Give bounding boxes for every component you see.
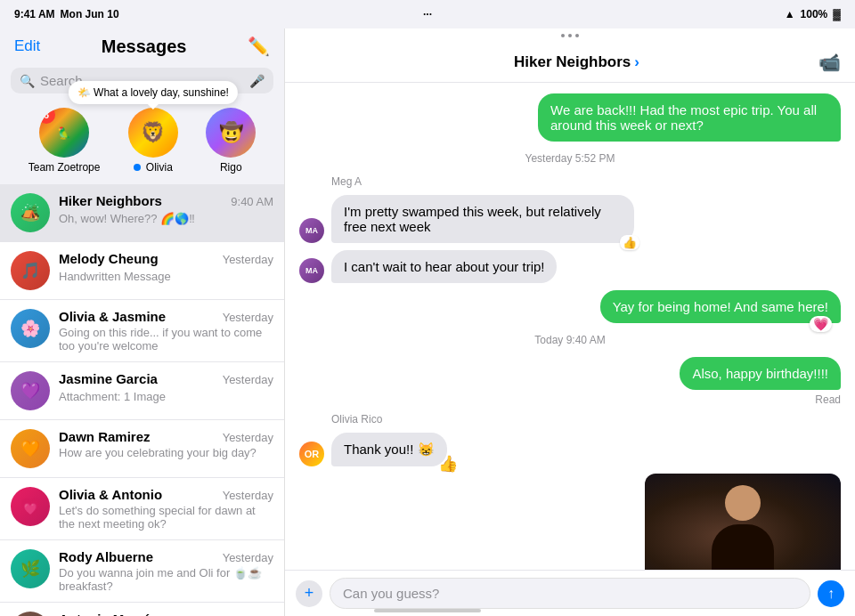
read-receipt: Read [299, 393, 841, 406]
wifi-icon: ▲ [785, 8, 795, 20]
avatar-mega-1: MA [299, 218, 324, 243]
message-happy-birthday: Also, happy birthday!!!! [299, 357, 841, 390]
avatar-rigo: 🤠 [206, 108, 256, 158]
list-item-content-rody: Rody Albuerne Yesterday Do you wanna joi… [59, 549, 273, 593]
list-item-content-dawn: Dawn Ramirez Yesterday How are you celeb… [59, 429, 273, 459]
home-indicator [374, 609, 481, 612]
message-we-are-back: We are back!!! Had the most epic trip. Y… [299, 93, 841, 142]
battery-icon: ▓ [833, 8, 841, 20]
list-item-name-melody: Melody Cheung [59, 251, 159, 266]
message-cant-wait: MA I can't wait to hear about your trip! [299, 250, 841, 283]
list-item-name-oliviaa: Olivia & Antonio [59, 487, 162, 502]
dot3 [575, 34, 579, 37]
message-swamped: MA I'm pretty swamped this week, but rel… [299, 195, 841, 243]
list-item-olivia-antonio[interactable]: 💗 Olivia & Antonio Yesterday Let's do so… [0, 478, 284, 540]
bubble-wrapper-6: Thank you!! 😸 👍 [331, 433, 447, 466]
add-button[interactable]: + [296, 580, 322, 607]
blue-dot-olivia [134, 164, 141, 171]
list-avatar-jasmine: 💜 [11, 371, 50, 410]
list-item-dawn-ramirez[interactable]: 🧡 Dawn Ramirez Yesterday How are you cel… [0, 420, 284, 478]
conversation-panel: Hiker Neighbors › 📹 We are back!!! Had t… [285, 28, 855, 616]
pinned-contact-rigo[interactable]: 🤠 Rigo [206, 108, 256, 174]
list-item-hiker-neighbors[interactable]: 🏕️ Hiker Neighbors 9:40 AM Oh, wow! Wher… [0, 184, 284, 242]
pinned-name-rigo: Rigo [220, 161, 242, 174]
list-item-jasmine-garcia[interactable]: 💜 Jasmine Garcia Yesterday Attachment: 1… [0, 362, 284, 420]
conversation-title-area[interactable]: Hiker Neighbors › [514, 53, 639, 71]
message-bubble-5: Also, happy birthday!!!! [680, 357, 841, 390]
list-item-content-hiker: Hiker Neighbors 9:40 AM Oh, wow! Where??… [59, 193, 273, 226]
avatar-olivia: 🦁 [128, 108, 178, 158]
microphone-icon[interactable]: 🎤 [249, 74, 265, 88]
message-yay: Yay for being home! And same here! 💗 [299, 290, 841, 323]
edit-button[interactable]: Edit [14, 37, 40, 55]
list-item-preview-dawn: How are you celebrating your big day? [59, 446, 273, 459]
pinned-name-zoetrope: Team Zoetrope [28, 161, 101, 174]
list-item-melody-cheung[interactable]: 🎵 Melody Cheung Yesterday Handwritten Me… [0, 242, 284, 300]
list-item-name-jasmine: Jasmine Garcia [59, 371, 158, 386]
send-button[interactable]: ↑ [818, 580, 844, 607]
pinned-name-olivia: Olivia [146, 161, 173, 174]
battery-level: 100% [801, 8, 828, 20]
heart-reaction: 💗 [810, 316, 832, 332]
timestamp-today: Today 9:40 AM [299, 334, 841, 346]
list-item-preview-oliviaa: Let's do something special for dawn at t… [59, 504, 273, 531]
avatar-oliviarico-1: OR [299, 442, 324, 466]
facetime-icon[interactable]: 📹 [818, 52, 841, 73]
list-item-content-antonio: Antonio Manríquez Yesterday [59, 612, 273, 616]
list-item-time-dawn: Yesterday [223, 431, 273, 444]
list-item-rody-albuerne[interactable]: 🌿 Rody Albuerne Yesterday Do you wanna j… [0, 540, 284, 603]
conversation-header: Hiker Neighbors › 📹 [285, 43, 855, 83]
input-area: + Can you guess? ↑ [285, 570, 855, 616]
three-dots-indicator [285, 28, 855, 43]
pinned-contacts: 6 🦜 Team Zoetrope 🌤️ What a lovely day, … [0, 101, 284, 184]
bubble-wrapper-1: We are back!!! Had the most epic trip. Y… [538, 93, 841, 142]
sidebar: Edit Messages ✏️ 🔍 Search 🎤 6 🦜 Team Zoe… [0, 28, 285, 616]
search-icon: 🔍 [20, 74, 35, 88]
sidebar-title: Messages [40, 36, 248, 57]
person-body [712, 524, 774, 570]
list-avatar-oliviaj: 🌸 [11, 309, 50, 348]
person-head [725, 485, 761, 521]
list-item-time-oliviaj: Yesterday [223, 311, 273, 324]
pinned-contact-zoetrope[interactable]: 6 🦜 Team Zoetrope [28, 108, 101, 174]
list-item-content-jasmine: Jasmine Garcia Yesterday Attachment: 1 I… [59, 371, 273, 404]
list-item-time-oliviaa: Yesterday [223, 489, 273, 502]
list-item-name-antonio: Antonio Manríquez [59, 612, 179, 616]
tooltip-text: 🌤️ What a lovely day, sunshine! [77, 86, 229, 99]
list-item-time-hiker: 9:40 AM [231, 195, 273, 208]
avatar-mega-2: MA [299, 258, 324, 283]
sender-name-oliviarico-1: Olivia Rico [331, 413, 841, 426]
status-bar-left: 9:41 AM Mon Jun 10 [14, 8, 119, 20]
list-item-preview-rody: Do you wanna join me and Oli for 🍵☕ brea… [59, 566, 273, 593]
list-item-preview-melody: Handwritten Message [59, 270, 171, 283]
list-item-content-melody: Melody Cheung Yesterday Handwritten Mess… [59, 251, 273, 284]
list-item-preview-oliviaj: Going on this ride... if you want to com… [59, 326, 273, 353]
sidebar-header: Edit Messages ✏️ [0, 28, 284, 61]
app-container: Edit Messages ✏️ 🔍 Search 🎤 6 🦜 Team Zoe… [0, 28, 855, 616]
list-item-content-oliviaa: Olivia & Antonio Yesterday Let's do some… [59, 487, 273, 531]
compose-button[interactable]: ✏️ [248, 36, 270, 57]
list-avatar-oliviaa: 💗 [11, 487, 50, 526]
list-item-preview-jasmine: Attachment: 1 Image [59, 390, 166, 403]
list-item-name-oliviaj: Olivia & Jasmine [59, 309, 166, 324]
tooltip-bubble: 🌤️ What a lovely day, sunshine! [69, 81, 238, 104]
status-bar: 9:41 AM Mon Jun 10 ··· ▲ 100% ▓ [0, 0, 855, 28]
conversation-title: Hiker Neighbors [514, 53, 631, 71]
list-item-olivia-jasmine[interactable]: 🌸 Olivia & Jasmine Yesterday Going on th… [0, 300, 284, 362]
message-bubble-6: Thank you!! 😸 [331, 433, 447, 466]
list-item-antonio-manriquez[interactable]: 👤 Antonio Manríquez Yesterday [0, 603, 284, 616]
messages-area: We are back!!! Had the most epic trip. Y… [285, 83, 855, 570]
timestamp-yesterday: Yesterday 5:52 PM [299, 152, 841, 165]
message-list: 🏕️ Hiker Neighbors 9:40 AM Oh, wow! Wher… [0, 184, 284, 616]
status-bar-center: ··· [423, 8, 432, 20]
status-dots: ··· [423, 8, 432, 20]
status-bar-right: ▲ 100% ▓ [785, 8, 841, 20]
list-item-content-oliviaj: Olivia & Jasmine Yesterday Going on this… [59, 309, 273, 353]
status-date: Mon Jun 10 [61, 8, 119, 20]
pinned-contact-olivia[interactable]: 🌤️ What a lovely day, sunshine! 🦁 Olivia [128, 108, 178, 174]
person-figure [712, 485, 774, 570]
list-item-name-dawn: Dawn Ramirez [59, 429, 151, 444]
message-input[interactable]: Can you guess? [330, 578, 810, 609]
bubble-wrapper-4: Yay for being home! And same here! 💗 [600, 290, 841, 323]
list-item-time-rody: Yesterday [223, 551, 273, 564]
